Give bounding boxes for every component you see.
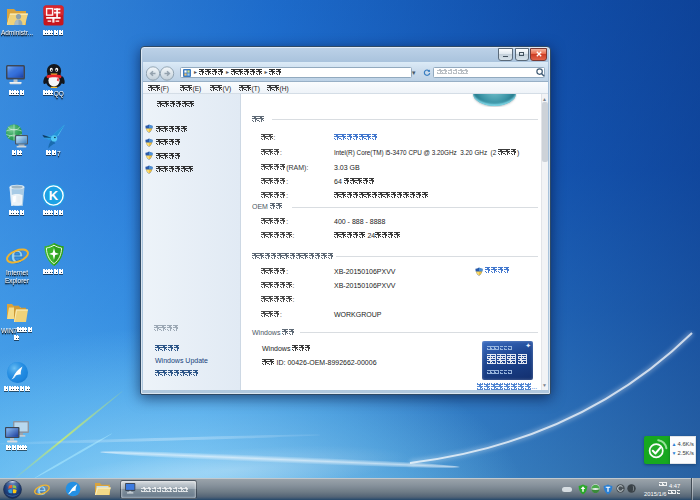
svg-text:K: K xyxy=(49,188,59,203)
svg-text:e: e xyxy=(37,480,46,498)
svg-text:e: e xyxy=(10,242,23,268)
